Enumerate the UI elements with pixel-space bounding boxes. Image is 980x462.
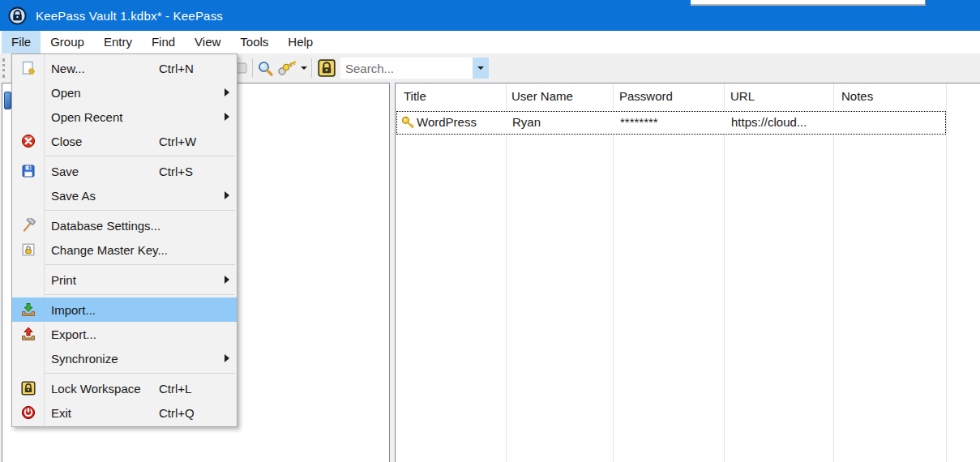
menu-separator bbox=[45, 264, 235, 265]
power-icon bbox=[21, 405, 36, 420]
entry-row-wordpress[interactable]: WordPress Ryan ******** https://cloud... bbox=[396, 111, 946, 135]
column-gridline bbox=[833, 83, 834, 462]
menu-item-close[interactable]: Close Ctrl+W bbox=[12, 129, 237, 153]
menu-separator bbox=[45, 210, 235, 211]
menu-separator bbox=[45, 156, 235, 156]
keepass-app-icon bbox=[8, 6, 27, 25]
keys-icon bbox=[277, 60, 298, 76]
keys-dropdown-caret[interactable] bbox=[301, 66, 307, 70]
submenu-arrow-icon bbox=[225, 88, 229, 96]
entry-list-header: Title User Name Password URL Notes bbox=[396, 83, 980, 111]
menu-view[interactable]: View bbox=[185, 31, 230, 53]
column-header-password[interactable]: Password bbox=[619, 89, 673, 103]
menu-entry[interactable]: Entry bbox=[94, 31, 142, 53]
column-gridline bbox=[506, 83, 507, 462]
menu-item-save-as[interactable]: Save As bbox=[12, 183, 237, 207]
search-icon bbox=[257, 60, 274, 77]
hammer-icon bbox=[21, 218, 36, 233]
export-icon bbox=[21, 327, 36, 341]
lock-icon bbox=[21, 381, 36, 396]
column-header-notes[interactable]: Notes bbox=[841, 89, 873, 103]
search-dropdown-button[interactable] bbox=[473, 58, 489, 79]
submenu-arrow-icon bbox=[225, 276, 229, 284]
master-key-icon bbox=[21, 242, 36, 257]
menu-item-export[interactable]: Export... bbox=[12, 322, 237, 346]
menu-tools[interactable]: Tools bbox=[230, 31, 278, 53]
key-icon bbox=[401, 116, 415, 130]
search-input[interactable] bbox=[340, 58, 473, 79]
toolbar-separator bbox=[252, 58, 253, 78]
entry-password: ******** bbox=[620, 115, 658, 129]
menu-find[interactable]: Find bbox=[142, 31, 185, 53]
menu-item-import[interactable]: Import... bbox=[12, 297, 237, 322]
submenu-arrow-icon bbox=[225, 354, 229, 362]
menu-item-database-settings[interactable]: Database Settings... bbox=[12, 213, 237, 237]
background-window-edge bbox=[691, 0, 926, 6]
menu-group[interactable]: Group bbox=[41, 31, 94, 53]
toolbar-grip[interactable] bbox=[2, 58, 5, 78]
close-icon bbox=[21, 134, 36, 148]
menu-item-change-master-key[interactable]: Change Master Key... bbox=[12, 237, 237, 262]
submenu-arrow-icon bbox=[225, 191, 229, 199]
toolbar-separator bbox=[311, 58, 312, 78]
entry-title: WordPress bbox=[417, 115, 477, 129]
menu-item-exit[interactable]: Exit Ctrl+Q bbox=[12, 400, 237, 425]
menu-separator bbox=[45, 373, 235, 374]
submenu-arrow-icon bbox=[225, 113, 229, 121]
menu-item-open-recent[interactable]: Open Recent bbox=[12, 105, 237, 129]
column-gridline bbox=[724, 83, 725, 462]
menu-item-synchronize[interactable]: Synchronize bbox=[12, 346, 237, 370]
menu-item-print[interactable]: Print bbox=[12, 267, 237, 292]
file-menu-dropdown: New... Ctrl+N Open Open Recent Close Ctr… bbox=[11, 53, 238, 427]
menu-separator bbox=[45, 294, 235, 295]
copy-credentials-button[interactable] bbox=[276, 58, 307, 78]
menu-item-save[interactable]: Save Ctrl+S bbox=[12, 159, 237, 183]
lock-workspace-icon bbox=[318, 59, 336, 77]
chevron-down-icon bbox=[477, 66, 484, 70]
column-gridline bbox=[613, 83, 614, 462]
column-header-title[interactable]: Title bbox=[404, 89, 426, 103]
column-header-username[interactable]: User Name bbox=[511, 89, 573, 103]
database-tree-icon[interactable] bbox=[4, 92, 11, 109]
menu-help[interactable]: Help bbox=[278, 31, 323, 53]
import-icon bbox=[21, 302, 36, 317]
column-gridline bbox=[946, 83, 947, 462]
column-header-url[interactable]: URL bbox=[730, 89, 755, 103]
menu-item-new[interactable]: New... Ctrl+N bbox=[12, 56, 237, 80]
menu-file[interactable]: File bbox=[2, 31, 41, 53]
entry-username: Ryan bbox=[512, 115, 541, 129]
new-file-icon bbox=[21, 61, 36, 75]
entry-list-panel: Title User Name Password URL Notes WordP… bbox=[395, 83, 980, 462]
menu-item-lock-workspace[interactable]: Lock Workspace Ctrl+L bbox=[12, 376, 237, 400]
save-icon bbox=[21, 164, 36, 178]
entry-url: https://cloud... bbox=[731, 115, 807, 129]
window-title: KeePass Vault 1.kdbx* - KeePass bbox=[36, 9, 223, 23]
menu-bar: File Group Entry Find View Tools Help bbox=[0, 31, 980, 53]
menu-item-open[interactable]: Open bbox=[12, 80, 237, 105]
lock-workspace-button[interactable] bbox=[316, 58, 337, 78]
find-button[interactable] bbox=[255, 58, 275, 78]
